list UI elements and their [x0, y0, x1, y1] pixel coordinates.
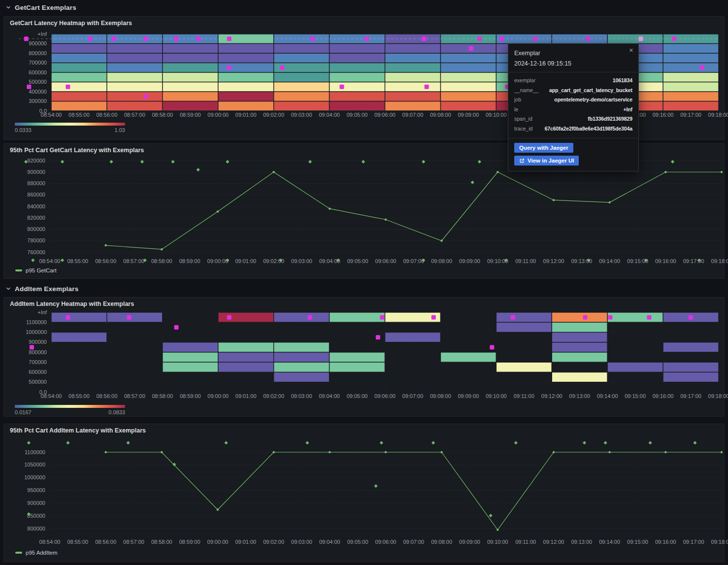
- svg-text:09:00:00: 09:00:00: [207, 112, 229, 118]
- svg-text:08:58:00: 08:58:00: [152, 393, 173, 399]
- svg-text:08:57:00: 08:57:00: [123, 258, 144, 264]
- svg-text:09:06:00: 09:06:00: [374, 112, 396, 118]
- color-gradient-bar: [15, 405, 125, 408]
- svg-text:880000: 880000: [27, 180, 45, 186]
- svg-text:08:56:00: 08:56:00: [95, 539, 116, 545]
- section-title: GetCart Exemplars: [15, 4, 76, 11]
- panel-additem-heatmap: AddItem Latency Heatmap with Exemplars 0…: [3, 297, 725, 417]
- svg-text:09:16:00: 09:16:00: [655, 539, 676, 545]
- tooltip-row-value: opentelemetry-demo/cartservice: [554, 95, 632, 105]
- external-link-icon: [519, 158, 525, 164]
- svg-text:09:06:00: 09:06:00: [374, 393, 396, 399]
- series-color-swatch: [15, 552, 22, 554]
- svg-text:500000: 500000: [29, 79, 47, 85]
- panel-title[interactable]: AddItem Latency Heatmap with Exemplars: [10, 300, 134, 307]
- svg-text:1050000: 1050000: [24, 462, 45, 467]
- svg-text:09:00:00: 09:00:00: [207, 539, 229, 545]
- view-in-jaeger-button[interactable]: View in Jaeger UI: [514, 156, 579, 166]
- color-scale-max: 0.0833: [108, 409, 125, 415]
- svg-text:800000: 800000: [27, 226, 45, 232]
- svg-text:09:09:00: 09:09:00: [458, 393, 479, 399]
- section-header-getcart[interactable]: GetCart Exemplars: [0, 0, 728, 15]
- svg-text:820000: 820000: [27, 215, 45, 221]
- svg-text:1000000: 1000000: [26, 329, 47, 335]
- legend-item-p95-additem[interactable]: p95 AddItem: [15, 550, 58, 556]
- svg-text:840000: 840000: [27, 203, 45, 209]
- svg-text:08:58:00: 08:58:00: [151, 539, 172, 545]
- panel-title[interactable]: 95th Pct Cart GetCart Latency with Exemp…: [10, 147, 144, 154]
- tooltip-row-label: trace_id: [514, 124, 532, 134]
- svg-text:09:15:00: 09:15:00: [625, 393, 646, 399]
- series-legend-label[interactable]: p95 GetCart: [26, 267, 57, 273]
- tooltip-row-value: app_cart_get_cart_latency_bucket: [549, 86, 632, 96]
- svg-text:09:13:00: 09:13:00: [571, 539, 592, 545]
- svg-text:+Inf: +Inf: [37, 309, 47, 315]
- svg-text:09:10:00: 09:10:00: [486, 393, 507, 399]
- svg-text:760000: 760000: [27, 249, 45, 255]
- svg-text:+Inf: +Inf: [37, 31, 47, 37]
- svg-text:08:59:00: 08:59:00: [179, 539, 200, 545]
- svg-text:09:05:00: 09:05:00: [347, 258, 368, 264]
- svg-text:09:18:00: 09:18:00: [711, 258, 728, 264]
- additem-heatmap-chart[interactable]: 0.05000006000007000008000009000001000000…: [4, 298, 724, 416]
- grafana-dashboard: GetCart Exemplars GetCart Latency Heatma…: [0, 0, 728, 565]
- svg-text:09:02:00: 09:02:00: [263, 539, 284, 545]
- svg-text:09:04:00: 09:04:00: [319, 258, 340, 264]
- svg-text:08:57:00: 08:57:00: [123, 539, 144, 545]
- svg-text:09:16:00: 09:16:00: [653, 112, 674, 118]
- svg-text:09:01:00: 09:01:00: [235, 258, 256, 264]
- legend-item-p95-getcart[interactable]: p95 GetCart: [15, 267, 57, 273]
- svg-text:08:57:00: 08:57:00: [124, 112, 145, 118]
- svg-text:09:09:00: 09:09:00: [459, 539, 480, 545]
- svg-text:09:17:00: 09:17:00: [683, 539, 704, 545]
- svg-text:08:59:00: 08:59:00: [179, 258, 200, 264]
- color-scale-max: 1.03: [115, 127, 125, 133]
- svg-text:09:11:00: 09:11:00: [514, 393, 534, 399]
- svg-text:09:11:00: 09:11:00: [515, 539, 536, 545]
- series-color-swatch: [15, 269, 22, 271]
- svg-text:09:13:00: 09:13:00: [569, 393, 590, 399]
- svg-text:08:55:00: 08:55:00: [68, 393, 90, 399]
- panel-title[interactable]: 95th Pct Cart AddItem Latency with Exemp…: [10, 427, 146, 434]
- svg-text:920000: 920000: [27, 158, 45, 164]
- svg-text:08:59:00: 08:59:00: [180, 112, 201, 118]
- svg-text:09:12:00: 09:12:00: [541, 393, 563, 399]
- section-title: AddItem Exemplars: [15, 285, 78, 293]
- svg-text:400000: 400000: [29, 89, 47, 95]
- svg-text:08:56:00: 08:56:00: [97, 393, 118, 399]
- query-with-jaeger-button[interactable]: Query with Jaeger: [514, 143, 573, 153]
- series-legend-label[interactable]: p95 AddItem: [26, 550, 58, 556]
- svg-text:09:02:00: 09:02:00: [263, 258, 284, 264]
- panel-additem-p95: 95th Pct Cart AddItem Latency with Exemp…: [3, 424, 725, 562]
- svg-text:09:02:00: 09:02:00: [263, 112, 284, 118]
- chevron-down-icon[interactable]: [5, 4, 12, 11]
- panel-title[interactable]: GetCart Latency Heatmap with Exemplars: [10, 20, 132, 27]
- additem-p95-chart[interactable]: 8000008500009000009500001000000105000011…: [4, 424, 724, 562]
- svg-text:09:12:00: 09:12:00: [543, 258, 564, 264]
- svg-text:09:03:00: 09:03:00: [291, 112, 312, 118]
- svg-text:09:07:00: 09:07:00: [403, 258, 424, 264]
- svg-text:09:03:00: 09:03:00: [291, 258, 312, 264]
- svg-text:09:08:00: 09:08:00: [431, 539, 452, 545]
- svg-text:900000: 900000: [29, 339, 47, 345]
- svg-text:08:54:00: 08:54:00: [39, 258, 61, 264]
- svg-text:09:10:00: 09:10:00: [487, 258, 508, 264]
- svg-text:09:01:00: 09:01:00: [235, 539, 256, 545]
- svg-text:09:07:00: 09:07:00: [403, 539, 424, 545]
- svg-text:08:59:00: 08:59:00: [180, 393, 201, 399]
- section-header-additem[interactable]: AddItem Exemplars: [0, 282, 728, 296]
- tooltip-row: __name__app_cart_get_cart_latency_bucket: [514, 86, 632, 96]
- svg-text:09:16:00: 09:16:00: [653, 393, 674, 399]
- svg-text:700000: 700000: [29, 359, 47, 365]
- color-scale-min: 0.0167: [15, 409, 32, 415]
- close-icon[interactable]: ✕: [629, 48, 633, 53]
- svg-text:09:11:00: 09:11:00: [515, 258, 536, 264]
- tooltip-row: le+Inf: [514, 105, 632, 115]
- svg-text:09:00:00: 09:00:00: [207, 393, 229, 399]
- svg-text:08:54:00: 08:54:00: [39, 539, 61, 545]
- svg-text:09:01:00: 09:01:00: [235, 393, 257, 399]
- chevron-down-icon[interactable]: [5, 285, 12, 292]
- tooltip-row-label: job: [514, 95, 521, 105]
- svg-text:09:07:00: 09:07:00: [402, 112, 424, 118]
- svg-text:09:15:00: 09:15:00: [627, 539, 648, 545]
